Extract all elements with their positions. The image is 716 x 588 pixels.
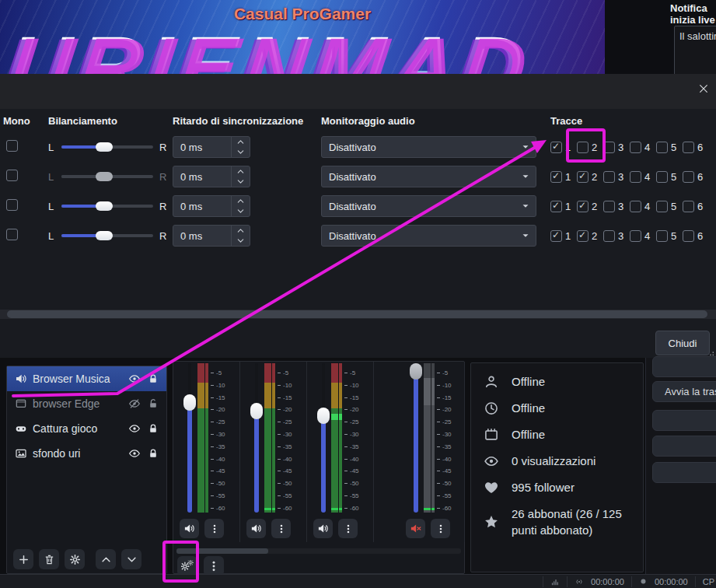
spin-up-button[interactable] [232, 166, 250, 177]
track-6-toggle[interactable]: 6 [683, 230, 704, 242]
channel-menu-button[interactable] [204, 519, 224, 538]
track-6-toggle[interactable]: 6 [683, 171, 704, 183]
track-checkbox-3[interactable] [603, 142, 615, 153]
track-3-toggle[interactable]: 3 [603, 201, 624, 212]
slider-handle[interactable] [96, 231, 113, 240]
track-4-toggle[interactable]: 4 [630, 201, 651, 212]
source-item-cattura-gioco[interactable]: Cattura gioco [7, 416, 166, 441]
mixer-horizontal-scrollbar[interactable] [176, 548, 461, 554]
audio-monitoring-select[interactable]: Disattivato [321, 195, 536, 217]
mono-checkbox[interactable] [6, 229, 18, 240]
lock-icon[interactable] [148, 423, 159, 434]
lock-open-icon[interactable] [148, 398, 159, 409]
track-checkbox-6[interactable] [683, 142, 694, 153]
close-icon[interactable] [694, 79, 713, 98]
remove-button[interactable] [39, 549, 59, 569]
slider-handle[interactable] [96, 172, 113, 181]
balance-slider[interactable] [61, 170, 153, 183]
track-2-toggle[interactable]: 2 [577, 142, 598, 153]
fader-handle[interactable] [183, 394, 196, 411]
track-4-toggle[interactable]: 4 [630, 142, 651, 153]
track-checkbox-2[interactable] [577, 142, 589, 153]
channel-menu-button[interactable] [338, 519, 358, 538]
track-2-toggle[interactable]: 2 [577, 201, 598, 212]
track-checkbox-5[interactable] [656, 142, 668, 153]
track-5-toggle[interactable]: 5 [656, 201, 677, 212]
spin-down-button[interactable] [232, 236, 250, 246]
volume-fader[interactable] [250, 363, 264, 513]
channel-menu-button[interactable] [271, 519, 291, 538]
lock-icon[interactable] [148, 373, 159, 384]
mixer-scrollbar-thumb[interactable] [176, 548, 268, 554]
spin-up-button[interactable] [232, 196, 250, 206]
slider-handle[interactable] [96, 142, 113, 152]
track-3-toggle[interactable]: 3 [603, 230, 624, 242]
notify-message-input[interactable]: Il salottino [674, 26, 716, 80]
scrollbar-thumb[interactable] [7, 310, 707, 318]
dock-button[interactable] [652, 410, 716, 431]
add-button[interactable] [13, 549, 33, 569]
volume-fader[interactable] [316, 363, 330, 513]
spin-up-button[interactable] [232, 226, 250, 236]
track-4-toggle[interactable]: 4 [630, 171, 651, 183]
dock-button[interactable] [652, 356, 716, 377]
audio-monitoring-select[interactable]: Disattivato [321, 225, 536, 247]
track-checkbox-5[interactable] [656, 171, 668, 183]
spin-down-button[interactable] [232, 206, 250, 216]
track-checkbox-2[interactable] [577, 230, 589, 242]
track-1-toggle[interactable]: 1 [550, 201, 571, 212]
move-up-button[interactable] [96, 549, 116, 569]
sync-delay-spinner[interactable]: 0 ms [173, 225, 250, 247]
track-checkbox-2[interactable] [577, 171, 589, 183]
mono-checkbox[interactable] [6, 199, 18, 211]
track-2-toggle[interactable]: 2 [577, 230, 598, 242]
mute-button[interactable] [313, 519, 333, 538]
properties-button[interactable] [65, 549, 85, 569]
balance-slider[interactable] [61, 141, 153, 153]
track-checkbox-4[interactable] [630, 171, 641, 183]
source-item-browser-edge[interactable]: browser Edge [7, 391, 166, 416]
fader-handle[interactable] [410, 363, 422, 380]
sync-delay-spinner[interactable]: 0 ms [173, 166, 250, 187]
balance-slider[interactable] [61, 229, 153, 242]
track-4-toggle[interactable]: 4 [630, 230, 651, 242]
track-checkbox-4[interactable] [630, 201, 641, 212]
dock-button[interactable] [652, 462, 716, 483]
track-5-toggle[interactable]: 5 [656, 142, 677, 153]
slider-handle[interactable] [96, 201, 113, 211]
track-checkbox-3[interactable] [603, 171, 615, 183]
audio-monitoring-select[interactable]: Disattivato [321, 166, 536, 187]
track-checkbox-1[interactable] [550, 142, 562, 153]
track-checkbox-1[interactable] [550, 201, 562, 212]
fader-handle[interactable] [250, 403, 263, 419]
unmute-button[interactable] [406, 519, 425, 538]
track-2-toggle[interactable]: 2 [577, 171, 598, 183]
dock-button[interactable] [652, 436, 716, 457]
visibility-eye-icon[interactable] [128, 422, 141, 435]
track-3-toggle[interactable]: 3 [603, 171, 624, 183]
mono-checkbox[interactable] [6, 170, 18, 181]
balance-slider[interactable] [61, 200, 153, 212]
track-1-toggle[interactable]: 1 [550, 230, 571, 242]
close-dialog-button[interactable]: Chiudi [655, 331, 710, 355]
track-5-toggle[interactable]: 5 [656, 171, 677, 183]
track-1-toggle[interactable]: 1 [550, 171, 571, 183]
move-down-button[interactable] [121, 549, 141, 569]
track-checkbox-6[interactable] [683, 201, 694, 212]
audio-monitoring-select[interactable]: Disattivato [321, 136, 536, 158]
spin-down-button[interactable] [232, 147, 250, 157]
sync-delay-spinner[interactable]: 0 ms [173, 136, 250, 158]
track-6-toggle[interactable]: 6 [683, 201, 704, 212]
avvia-la-trasmissione-button[interactable]: Avvia la trasmissione [652, 381, 716, 402]
track-checkbox-3[interactable] [603, 201, 615, 212]
mute-button[interactable] [180, 519, 199, 538]
fader-handle[interactable] [317, 408, 330, 424]
track-3-toggle[interactable]: 3 [603, 142, 624, 153]
volume-fader[interactable] [409, 363, 423, 513]
dialog-horizontal-scrollbar[interactable] [0, 310, 716, 319]
mono-checkbox[interactable] [6, 140, 18, 152]
track-checkbox-5[interactable] [656, 201, 668, 212]
visibility-eye-icon[interactable] [128, 373, 141, 385]
mute-button[interactable] [246, 519, 266, 538]
track-checkbox-3[interactable] [603, 230, 615, 242]
